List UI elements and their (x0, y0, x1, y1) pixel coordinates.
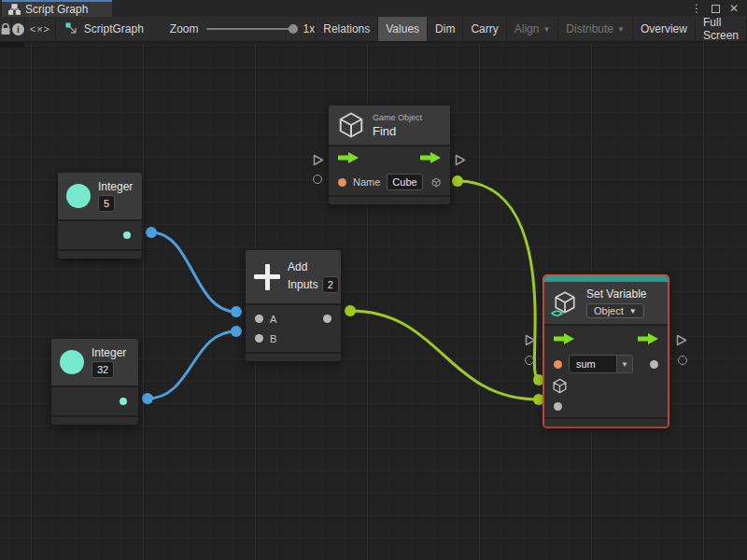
graph-name-label: ScriptGraph (84, 22, 144, 35)
port-label-b: B (270, 333, 276, 344)
script-graph-icon (65, 22, 78, 35)
name-input-port[interactable] (338, 178, 346, 187)
node-body: A B (246, 305, 341, 352)
output-port[interactable] (120, 398, 127, 405)
gameobject-output-icon[interactable] (431, 175, 441, 190)
tab-title: Script Graph (25, 3, 88, 16)
maximize-icon[interactable] (708, 1, 723, 16)
wire-endpoint[interactable] (231, 326, 242, 337)
control-input-arrow-icon[interactable] (554, 333, 574, 344)
node-footer (246, 354, 341, 361)
inputs-label: Inputs (288, 278, 318, 291)
input-port-b[interactable] (255, 334, 263, 343)
port-label-a: A (270, 314, 276, 325)
zoom-slider-handle[interactable] (289, 24, 298, 34)
integer-value-field[interactable]: 32 (92, 361, 114, 378)
node-title: Integer (98, 180, 133, 193)
zoom-control: Zoom 1x (144, 17, 315, 41)
code-angle-icon: <> (551, 307, 562, 320)
graph-canvas[interactable]: Integer 5 Integer 32 (0, 0, 747, 560)
wire-endpoint[interactable] (345, 305, 356, 316)
lock-icon (0, 23, 11, 35)
integer-type-icon (60, 350, 84, 374)
graph-toolbar: i <×> ScriptGraph Zoom 1x Relations Valu… (0, 17, 747, 42)
node-gameobject-find[interactable]: Game Object Find Name Cube (329, 105, 450, 204)
value-output-port[interactable] (650, 360, 658, 369)
carry-button[interactable]: Carry (462, 17, 505, 41)
control-input-marker[interactable] (313, 154, 324, 166)
node-header: Add Inputs 2 (246, 250, 341, 303)
cube-icon (337, 111, 365, 139)
relations-button[interactable]: Relations (315, 17, 377, 41)
variable-name-value[interactable]: sum (569, 355, 617, 373)
output-port[interactable] (123, 231, 131, 239)
name-input-marker[interactable] (525, 356, 534, 365)
value-input-port[interactable] (554, 402, 562, 411)
node-set-variable[interactable]: <> Set Variable Object ▼ (544, 276, 668, 427)
node-integer-32[interactable]: Integer 32 (51, 339, 138, 425)
node-body (51, 387, 138, 415)
zoom-slider[interactable] (206, 28, 296, 30)
control-output-arrow-icon[interactable] (638, 333, 658, 344)
control-output-marker[interactable] (455, 154, 466, 166)
node-body (58, 221, 142, 249)
wire-add-to-setvariable[interactable] (350, 311, 539, 399)
wire-endpoint[interactable] (146, 227, 157, 238)
chevron-down-icon[interactable]: ▼ (617, 355, 633, 373)
variable-scope-dropdown[interactable]: Object ▼ (586, 303, 644, 318)
scope-value: Object (594, 305, 624, 316)
wire-endpoint[interactable] (142, 393, 153, 404)
control-input-marker[interactable] (525, 334, 536, 346)
code-preview-button[interactable]: <×> (25, 17, 56, 41)
variable-name-port[interactable] (554, 360, 562, 369)
sum-output-port[interactable] (323, 315, 331, 323)
integer-value-field[interactable]: 5 (98, 195, 115, 212)
port-label-name: Name (353, 176, 380, 188)
inputs-count-field[interactable]: 2 (322, 276, 339, 293)
add-icon (254, 264, 280, 290)
graph-identity: ScriptGraph (56, 17, 144, 41)
selection-outline: <> Set Variable Object ▼ (543, 274, 669, 428)
full-screen-button[interactable]: Full Screen (695, 17, 747, 41)
name-input-marker[interactable] (313, 175, 322, 184)
wire-integer32-to-add-b[interactable] (148, 331, 236, 399)
align-dropdown-button[interactable]: Align ▼ (506, 17, 558, 41)
dim-button[interactable]: Dim (427, 17, 462, 41)
input-port-a[interactable] (255, 315, 263, 323)
node-footer (544, 419, 668, 427)
close-icon[interactable]: ✕ (726, 1, 741, 16)
control-output-arrow-icon[interactable] (420, 152, 441, 163)
distribute-dropdown-button[interactable]: Distribute ▼ (557, 17, 632, 41)
wire-integer5-to-add-a[interactable] (151, 232, 236, 312)
node-integer-5[interactable]: Integer 5 (58, 173, 142, 259)
graph-hierarchy-icon (8, 4, 21, 15)
overview-button[interactable]: Overview (632, 17, 695, 41)
node-category: Game Object (373, 113, 422, 122)
window-menu-icon[interactable]: ⋮ (689, 1, 704, 16)
node-footer (51, 417, 138, 425)
lock-button[interactable] (0, 17, 12, 41)
values-button[interactable]: Values (377, 17, 427, 41)
zoom-label: Zoom (170, 22, 199, 35)
code-icon: <×> (30, 23, 50, 35)
zoom-value: 1x (303, 22, 316, 35)
tab-script-graph[interactable]: Script Graph (2, 0, 112, 17)
node-header: <> Set Variable Object ▼ (544, 282, 668, 324)
node-body: sum ▼ (544, 326, 668, 417)
info-button[interactable]: i (12, 17, 25, 41)
info-icon: i (12, 23, 24, 35)
node-body: Name Cube (329, 147, 450, 195)
chevron-down-icon: ▼ (629, 308, 637, 315)
wire-endpoint[interactable] (452, 175, 463, 187)
node-add[interactable]: Add Inputs 2 A B (246, 250, 341, 361)
control-output-marker[interactable] (676, 334, 687, 346)
node-title: Integer (92, 346, 126, 359)
wire-endpoint[interactable] (231, 306, 242, 317)
wire-find-to-setvariable[interactable] (458, 181, 539, 380)
value-output-marker[interactable] (678, 356, 687, 365)
name-value-field[interactable]: Cube (387, 174, 422, 190)
control-input-arrow-icon[interactable] (338, 152, 359, 163)
variable-name-combo[interactable]: sum ▼ (569, 355, 633, 373)
object-input-port-icon[interactable] (552, 378, 568, 394)
node-footer (58, 251, 142, 259)
